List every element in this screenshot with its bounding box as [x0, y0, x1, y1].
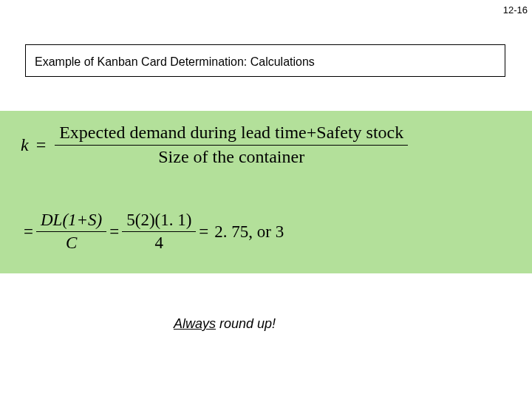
numeric-numerator: 5(2)(1. 1) — [122, 211, 196, 230]
equals-sign: = — [199, 222, 208, 242]
footnote-rest: round up! — [216, 316, 276, 331]
formula-numerator: Expected demand during lead time+Safety … — [55, 123, 408, 143]
numeric-fraction: 5(2)(1. 1) 4 — [122, 211, 196, 253]
symbolic-fraction: DL(1+S) C — [36, 211, 106, 253]
formula-denominator: Size of the container — [154, 147, 309, 168]
slide-title: Example of Kanban Card Determination: Ca… — [25, 44, 505, 77]
equals-sign: = — [109, 222, 119, 242]
result-value: 2. 75, or 3 — [214, 222, 284, 242]
fraction-bar — [55, 145, 408, 146]
formula-lhs-variable: k — [21, 135, 29, 155]
formula-definition: k = Expected demand during lead time+Saf… — [21, 123, 408, 167]
footnote: Always round up! — [174, 316, 276, 332]
formula-fraction: Expected demand during lead time+Safety … — [55, 123, 408, 167]
footnote-underlined: Always — [174, 316, 216, 331]
equals-sign: = — [24, 222, 33, 242]
formula-calculation: = DL(1+S) C = 5(2)(1. 1) 4 = 2. 75, or 3 — [21, 211, 284, 253]
symbolic-numerator: DL(1+S) — [36, 211, 106, 230]
equals-sign: = — [36, 135, 47, 155]
slide: 12-16 Example of Kanban Card Determinati… — [0, 0, 532, 399]
page-number: 12-16 — [503, 4, 528, 16]
symbolic-denominator: C — [61, 233, 81, 253]
fraction-bar — [36, 231, 106, 232]
fraction-bar — [122, 231, 196, 232]
numeric-denominator: 4 — [151, 233, 168, 253]
